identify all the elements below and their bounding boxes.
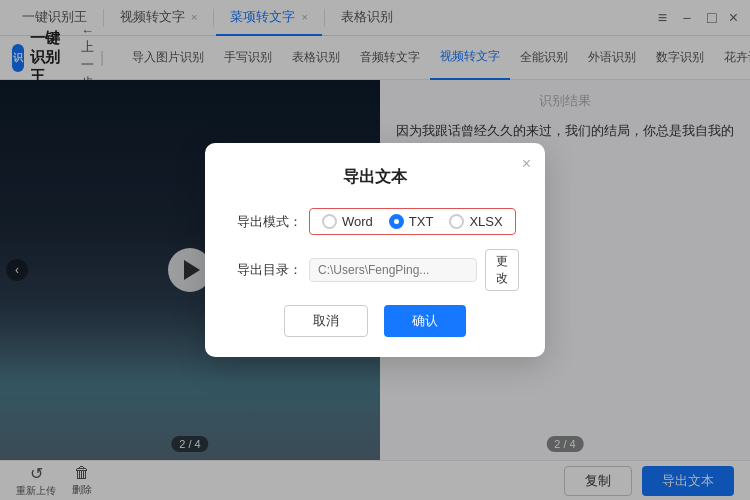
cancel-button[interactable]: 取消: [284, 305, 368, 337]
option-xlsx[interactable]: XLSX: [449, 214, 502, 229]
export-dir-label: 导出目录：: [237, 261, 309, 279]
radio-txt-label: TXT: [409, 214, 434, 229]
dialog-buttons: 取消 确认: [237, 305, 513, 337]
confirm-button[interactable]: 确认: [384, 305, 466, 337]
modal-overlay: 导出文本 × 导出模式： Word TXT XLSX: [0, 0, 750, 500]
dialog-close-button[interactable]: ×: [522, 155, 531, 173]
dir-row: 更改: [309, 249, 519, 291]
radio-txt[interactable]: [389, 214, 404, 229]
export-mode-row: 导出模式： Word TXT XLSX: [237, 208, 513, 235]
export-format-options: Word TXT XLSX: [309, 208, 516, 235]
dialog-title: 导出文本: [237, 167, 513, 188]
export-dir-row: 导出目录： 更改: [237, 249, 513, 291]
radio-word[interactable]: [322, 214, 337, 229]
option-txt[interactable]: TXT: [389, 214, 434, 229]
export-dialog: 导出文本 × 导出模式： Word TXT XLSX: [205, 143, 545, 357]
radio-word-label: Word: [342, 214, 373, 229]
option-word[interactable]: Word: [322, 214, 373, 229]
dir-input[interactable]: [309, 258, 477, 282]
radio-xlsx[interactable]: [449, 214, 464, 229]
export-mode-label: 导出模式：: [237, 213, 309, 231]
change-dir-button[interactable]: 更改: [485, 249, 519, 291]
radio-xlsx-label: XLSX: [469, 214, 502, 229]
